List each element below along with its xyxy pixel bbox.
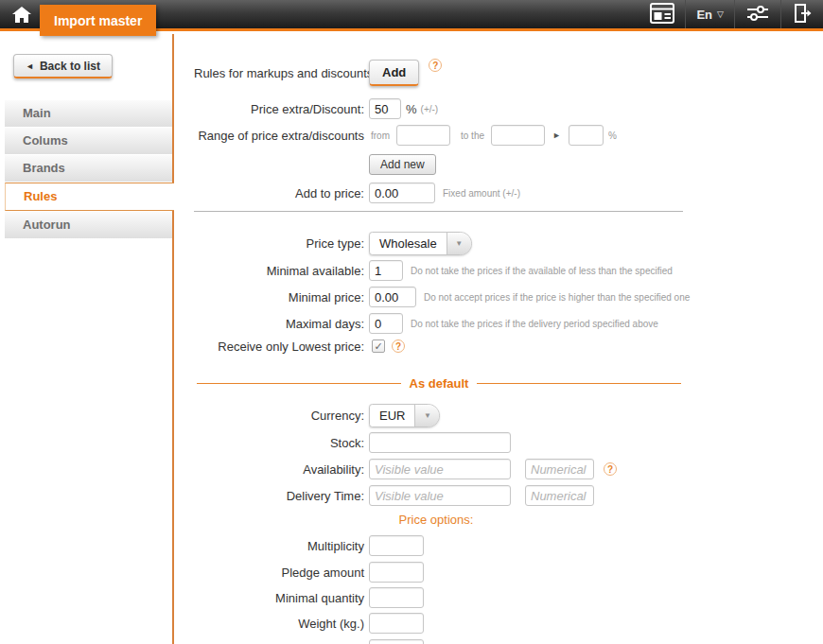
weight-input[interactable] — [369, 613, 424, 634]
exit-door-icon — [792, 3, 813, 26]
as-default-title-text: As default — [410, 376, 469, 391]
markup-rules-label: Rules for markups and discounts: — [194, 66, 369, 80]
check-icon: ✓ — [374, 340, 382, 353]
language-label: En — [696, 8, 712, 22]
minimal-price-label: Minimal price: — [194, 290, 369, 305]
sidebar-item-autorun[interactable]: Autorun — [5, 212, 172, 238]
as-default-section-title: As default — [197, 376, 681, 391]
back-to-list-button[interactable]: ◄ Back to list — [13, 54, 113, 78]
availability-visible-input[interactable] — [369, 459, 511, 479]
delivery-numerical-input[interactable] — [525, 485, 594, 506]
minimal-price-hint: Do not accept prices if the price is hig… — [424, 292, 690, 303]
range-label: Range of price extra/discounts — [194, 129, 369, 143]
help-icon[interactable]: ? — [392, 339, 405, 353]
logout-button[interactable] — [780, 0, 823, 28]
currency-select[interactable]: EUR ▼ — [369, 404, 440, 427]
window-panel-button[interactable] — [639, 0, 685, 28]
add-new-range-button[interactable]: Add new — [369, 154, 436, 175]
stock-input[interactable] — [369, 432, 511, 453]
minimal-price-input[interactable] — [369, 287, 416, 307]
sidebar-item-brands[interactable]: Brands — [5, 155, 172, 182]
price-options-title: Price options: — [194, 513, 678, 527]
sidebar-nav: Main Colums Brands Rules Autorun — [0, 100, 173, 238]
help-icon[interactable]: ? — [429, 59, 442, 72]
sidebar-item-colums[interactable]: Colums — [5, 128, 172, 154]
range-to-input[interactable] — [491, 125, 545, 146]
price-type-label: Price type: — [194, 236, 369, 251]
page-title: Import master — [54, 13, 142, 28]
window-panel-icon — [650, 3, 674, 26]
sliders-icon — [745, 4, 770, 26]
add-to-price-label: Add to price: — [194, 186, 369, 200]
help-icon[interactable]: ? — [604, 462, 617, 476]
app-tab-import-master[interactable]: Import master — [40, 5, 156, 36]
minimal-available-hint: Do not take the prices if the available … — [411, 266, 673, 276]
minimal-quantity-input[interactable] — [369, 587, 424, 608]
clipped-option-input[interactable] — [369, 639, 424, 644]
divider-line — [477, 383, 681, 384]
settings-button[interactable] — [734, 0, 780, 28]
price-extra-suffix: (+/-) — [421, 104, 439, 114]
sidebar-item-main[interactable]: Main — [5, 100, 172, 127]
price-extra-label: Price extra/Discount: — [194, 102, 369, 116]
price-extra-unit: % — [406, 102, 417, 116]
top-bar: Import master En ▽ — [0, 0, 823, 31]
lowest-price-label: Receive only Lowest price: — [194, 339, 369, 354]
range-from-text: from — [371, 131, 390, 141]
availability-numerical-input[interactable] — [525, 459, 594, 479]
currency-label: Currency: — [194, 409, 369, 423]
chevron-down-icon: ▼ — [414, 405, 439, 426]
back-to-list-label: Back to list — [40, 60, 100, 73]
divider-line — [197, 383, 401, 384]
sidebar: ◄ Back to list Main Colums Brands Rules … — [0, 34, 173, 644]
sidebar-divider — [172, 34, 174, 644]
minimal-available-label: Minimal available: — [194, 264, 369, 278]
minimal-available-input[interactable] — [369, 260, 403, 281]
multiplicity-input[interactable] — [369, 535, 424, 556]
range-from-input[interactable] — [396, 125, 450, 146]
pledge-amount-label: Pledge amount — [194, 566, 369, 580]
currency-value: EUR — [370, 405, 414, 426]
arrow-right-icon: ► — [552, 131, 561, 140]
lowest-price-checkbox[interactable]: ✓ — [372, 339, 385, 353]
weight-label: Weight (kg.) — [194, 617, 369, 631]
minimal-quantity-label: Minimal quantity — [194, 591, 369, 605]
add-to-price-input[interactable] — [369, 183, 435, 203]
multiplicity-label: Multiplicity — [194, 539, 369, 553]
topbar-actions: En ▽ — [639, 0, 823, 28]
pledge-amount-input[interactable] — [369, 562, 424, 583]
maximal-days-hint: Do not take the prices if the delivery p… — [411, 319, 658, 329]
sidebar-item-rules[interactable]: Rules — [5, 183, 174, 211]
price-type-select[interactable]: Wholesale ▼ — [369, 232, 472, 255]
price-extra-input[interactable] — [369, 98, 401, 119]
home-icon[interactable] — [11, 6, 32, 24]
range-percent: % — [608, 131, 617, 141]
stock-label: Stock: — [194, 436, 369, 450]
section-divider — [194, 211, 683, 212]
rules-form: Rules for markups and discounts: Add ? P… — [194, 34, 724, 644]
add-rule-button[interactable]: Add — [369, 60, 419, 86]
chevron-down-icon: ▽ — [717, 9, 724, 19]
import-master-page: Import master En ▽ — [0, 0, 823, 644]
range-extra-input[interactable] — [569, 125, 604, 146]
add-to-price-hint: Fixed amount (+/-) — [443, 188, 520, 199]
maximal-days-input[interactable] — [369, 313, 403, 334]
maximal-days-label: Maximal days: — [194, 317, 369, 331]
range-to-text: to the — [461, 131, 484, 141]
back-arrow-icon: ◄ — [26, 61, 34, 71]
availability-label: Availability: — [194, 462, 369, 477]
language-selector[interactable]: En ▽ — [685, 0, 734, 28]
delivery-visible-input[interactable] — [369, 485, 511, 506]
delivery-time-label: Delivery Time: — [194, 489, 369, 503]
price-type-value: Wholesale — [370, 233, 447, 254]
chevron-down-icon: ▼ — [447, 233, 471, 254]
